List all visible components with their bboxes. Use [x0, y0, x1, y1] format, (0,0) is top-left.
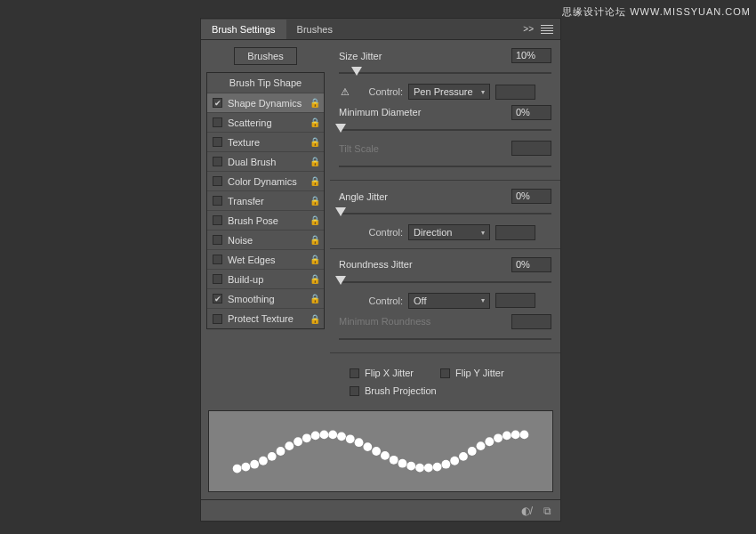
- checkbox-icon[interactable]: [213, 215, 222, 225]
- checkbox-icon[interactable]: [213, 294, 222, 303]
- svg-point-24: [441, 460, 450, 469]
- svg-point-2: [250, 460, 259, 469]
- svg-point-14: [355, 438, 364, 447]
- tilt-scale-label: Tilt Scale: [339, 143, 506, 154]
- svg-point-31: [503, 432, 511, 441]
- control-label: Control:: [357, 86, 403, 97]
- option-wet-edges[interactable]: Wet Edges🔒: [207, 250, 324, 270]
- checkbox-icon[interactable]: [213, 255, 222, 264]
- checkbox-icon[interactable]: [213, 98, 222, 108]
- svg-point-25: [450, 457, 459, 465]
- roundness-control-select[interactable]: Off▾: [408, 293, 490, 309]
- flip-x-checkbox[interactable]: Flip X Jitter: [350, 368, 414, 378]
- option-scattering[interactable]: Scattering🔒: [207, 113, 324, 133]
- brush-tip-shape-item[interactable]: Brush Tip Shape: [207, 73, 324, 93]
- panel-tabs: Brush Settings Brushes >>: [201, 19, 560, 40]
- option-build-up[interactable]: Build-up🔒: [207, 270, 324, 289]
- angle-control-select[interactable]: Direction▾: [408, 224, 490, 240]
- svg-point-10: [320, 431, 329, 440]
- checkbox-icon[interactable]: [213, 176, 222, 186]
- checkbox-icon[interactable]: [213, 274, 222, 284]
- tab-brush-settings[interactable]: Brush Settings: [201, 20, 286, 39]
- angle-control-value[interactable]: [495, 225, 535, 240]
- svg-point-0: [233, 465, 242, 473]
- svg-point-33: [520, 431, 529, 440]
- svg-point-26: [459, 452, 468, 461]
- min-diameter-value[interactable]: 0%: [511, 105, 551, 120]
- min-roundness-slider: [339, 334, 551, 344]
- min-diameter-label: Minimum Diameter: [339, 107, 506, 117]
- roundness-jitter-slider[interactable]: [339, 277, 551, 287]
- brushes-button[interactable]: Brushes: [234, 47, 296, 65]
- lock-icon[interactable]: 🔒: [310, 98, 318, 108]
- flip-y-checkbox[interactable]: Flip Y Jitter: [440, 368, 504, 378]
- lock-icon[interactable]: 🔒: [310, 157, 318, 166]
- svg-point-28: [477, 441, 486, 450]
- min-diameter-slider[interactable]: [339, 125, 551, 134]
- brush-settings-panel: Brush Settings Brushes >> Brushes Brush …: [200, 18, 561, 522]
- angle-jitter-value[interactable]: 0%: [511, 189, 551, 204]
- angle-jitter-slider[interactable]: [339, 208, 551, 218]
- roundness-control-value[interactable]: [495, 293, 535, 308]
- min-roundness-label: Minimum Roundness: [339, 316, 506, 327]
- svg-point-19: [398, 459, 407, 468]
- tab-brushes[interactable]: Brushes: [286, 20, 343, 39]
- lock-icon[interactable]: 🔒: [310, 235, 318, 245]
- svg-point-21: [415, 464, 424, 473]
- svg-point-13: [346, 434, 355, 443]
- checkbox-icon[interactable]: [213, 157, 222, 166]
- size-jitter-value[interactable]: 10%: [511, 48, 551, 63]
- collapse-icon[interactable]: >>: [523, 24, 534, 34]
- option-texture[interactable]: Texture🔒: [207, 133, 324, 152]
- svg-point-20: [406, 462, 415, 471]
- option-brush-pose[interactable]: Brush Pose🔒: [207, 211, 324, 231]
- option-dual-brush[interactable]: Dual Brush🔒: [207, 152, 324, 172]
- svg-point-6: [285, 441, 294, 450]
- roundness-jitter-value[interactable]: 0%: [511, 257, 551, 272]
- checkbox-icon[interactable]: [213, 235, 222, 245]
- brush-options-list: Brush Tip Shape Shape Dynamics🔒 Scatteri…: [206, 72, 325, 329]
- option-noise[interactable]: Noise🔒: [207, 231, 324, 250]
- size-jitter-label: Size Jitter: [339, 51, 506, 61]
- svg-point-11: [328, 431, 337, 440]
- checkbox-icon[interactable]: [213, 117, 222, 127]
- toggle-preview-icon[interactable]: ◐/: [521, 505, 533, 517]
- lock-icon[interactable]: 🔒: [310, 255, 318, 264]
- tilt-scale-value: [511, 141, 551, 156]
- brush-preview: [208, 410, 553, 492]
- panel-footer: ◐/ ⧉: [201, 499, 560, 521]
- tilt-scale-slider: [339, 161, 551, 171]
- lock-icon[interactable]: 🔒: [310, 196, 318, 206]
- svg-point-1: [241, 463, 250, 472]
- lock-icon[interactable]: 🔒: [310, 274, 318, 284]
- svg-point-30: [494, 433, 503, 442]
- checkbox-icon[interactable]: [213, 196, 222, 206]
- option-shape-dynamics[interactable]: Shape Dynamics🔒: [207, 93, 324, 113]
- new-preset-icon[interactable]: ⧉: [543, 505, 551, 517]
- option-protect-texture[interactable]: Protect Texture🔒: [207, 309, 324, 328]
- lock-icon[interactable]: 🔒: [310, 215, 318, 225]
- lock-icon[interactable]: 🔒: [310, 137, 318, 147]
- size-control-select[interactable]: Pen Pressure▾: [408, 84, 490, 100]
- size-control-value[interactable]: [495, 85, 535, 100]
- lock-icon[interactable]: 🔒: [310, 314, 318, 324]
- svg-point-7: [294, 437, 302, 446]
- checkbox-icon[interactable]: [213, 314, 222, 324]
- svg-point-27: [468, 447, 477, 456]
- svg-point-32: [511, 431, 520, 440]
- checkbox-icon[interactable]: [213, 137, 222, 147]
- option-smoothing[interactable]: Smoothing🔒: [207, 289, 324, 309]
- svg-point-15: [363, 442, 372, 451]
- panel-menu-icon[interactable]: [541, 25, 553, 34]
- control-label: Control:: [357, 227, 403, 238]
- option-transfer[interactable]: Transfer🔒: [207, 191, 324, 211]
- option-color-dynamics[interactable]: Color Dynamics🔒: [207, 172, 324, 191]
- lock-icon[interactable]: 🔒: [310, 176, 318, 186]
- angle-jitter-label: Angle Jitter: [339, 191, 506, 202]
- lock-icon[interactable]: 🔒: [310, 117, 318, 127]
- brush-projection-checkbox[interactable]: Brush Projection: [350, 385, 437, 396]
- size-jitter-slider[interactable]: [339, 68, 551, 77]
- lock-icon[interactable]: 🔒: [310, 294, 318, 303]
- svg-point-5: [277, 447, 286, 456]
- min-roundness-value: [511, 314, 551, 329]
